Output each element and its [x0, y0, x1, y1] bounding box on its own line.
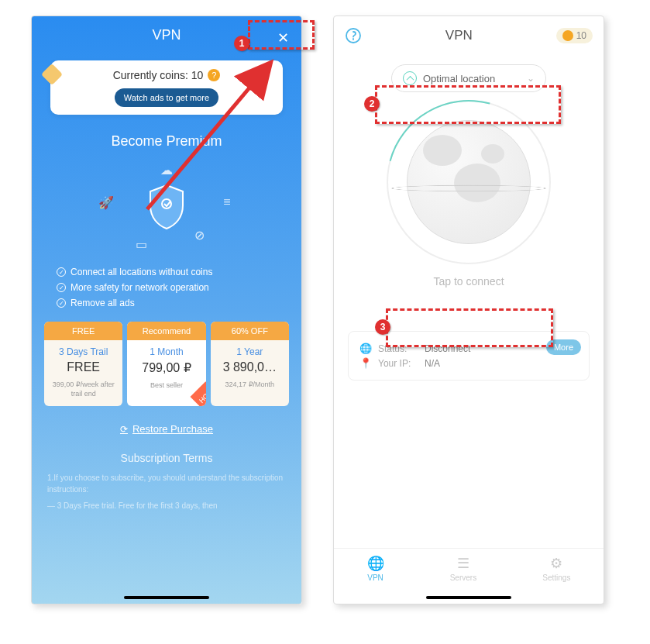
status-value: Disconnect [425, 343, 470, 354]
restore-purchase-link[interactable]: ⟳ Restore Purchase [32, 423, 301, 435]
tab-vpn[interactable]: 🌐 VPN [367, 555, 384, 582]
plan-price: FREE [44, 360, 122, 374]
coins-card: Currently coins: 10 ? Watch ads to get m… [50, 60, 283, 115]
vpn-icon: 🌐 [367, 555, 384, 572]
status-card: More 🌐 Status: Disconnect 📍 Your IP: N/A [348, 331, 590, 381]
pin-icon: 📍 [359, 357, 370, 369]
phone-icon: ▭ [132, 235, 150, 253]
check-icon: ✓ [57, 267, 66, 277]
feature-text: More safety for network operation [71, 282, 209, 293]
premium-graphic: ☁ 🚀 ≡ ▭ ⊘ [97, 160, 236, 253]
title-text: VPN [152, 27, 181, 43]
help-icon[interactable]: ? [208, 69, 220, 81]
tab-label: VPN [367, 573, 383, 582]
chevron-down-icon: ⌄ [527, 73, 535, 84]
plan-period: 3 Days Trail [44, 346, 122, 357]
plans-row: FREE 3 Days Trail FREE 399,00 ₽/week aft… [44, 322, 289, 406]
feature-item: ✓Remove all ads [57, 295, 277, 311]
status-row: 🌐 Status: Disconnect [359, 341, 578, 356]
rocket-icon: 🚀 [97, 193, 115, 212]
plan-price: 799,00 ₽ [127, 360, 205, 375]
coin-icon [562, 30, 573, 41]
ip-label: Your IP: [378, 358, 417, 369]
check-icon: ✓ [57, 283, 66, 292]
close-button[interactable]: ✕ [273, 29, 292, 47]
tab-bar: 🌐 VPN ☰ Servers ⚙ Settings [334, 548, 604, 588]
plan-badge: FREE [44, 322, 122, 340]
tab-label: Settings [542, 573, 570, 582]
shield-icon [147, 184, 186, 230]
terms-heading: Subscription Terms [32, 452, 301, 464]
callout-number-3: 3 [375, 319, 390, 335]
feature-text: Remove all ads [71, 298, 135, 308]
terms-text: — 3 Days Free trial. Free for the first … [47, 501, 286, 510]
globe-graphic [399, 112, 538, 252]
tab-label: Servers [450, 573, 476, 582]
plan-price: 3 890,0… [211, 360, 289, 374]
plan-badge: Recommend [127, 322, 205, 340]
feature-item: ✓Connect all locations without coins [57, 264, 277, 280]
plan-sub: Best seller [127, 381, 205, 391]
help-icon[interactable] [345, 27, 362, 44]
header: VPN 10 [334, 16, 604, 50]
more-button[interactable]: More [546, 339, 581, 355]
coins-value: 10 [576, 30, 586, 41]
coins-label: Currently coins: 10 ? [113, 69, 221, 81]
plan-sub: 324,17 ₽/Month [211, 381, 289, 390]
servers-icon: ☰ [457, 555, 469, 572]
callout-number-2: 2 [364, 96, 380, 112]
settings-icon: ⚙ [550, 555, 562, 572]
tab-settings[interactable]: ⚙ Settings [542, 555, 570, 582]
home-indicator[interactable] [426, 596, 511, 599]
plan-period: 1 Month [127, 346, 205, 357]
location-selector[interactable]: Optimal location ⌄ [391, 64, 546, 92]
plan-sub: 399,00 ₽/week after trail end [44, 381, 122, 398]
plan-badge: 60% OFF [211, 322, 289, 340]
screen-title: VPN [445, 28, 473, 43]
location-label: Optimal location [423, 73, 495, 84]
cloud-icon: ☁ [157, 160, 176, 179]
globe-icon: 🌐 [359, 343, 370, 354]
watch-ads-button[interactable]: Watch ads to get more [115, 88, 218, 107]
terms-text: 1.If you choose to subscribe, you should… [47, 472, 286, 495]
feature-item: ✓More safety for network operation [57, 280, 277, 295]
restore-text: Restore Purchase [132, 423, 213, 435]
plan-year[interactable]: 60% OFF 1 Year 3 890,0… 324,17 ₽/Month [211, 322, 289, 406]
premium-heading: Become Premium [32, 133, 301, 150]
callout-number-1: 1 [234, 36, 249, 51]
status-label: Status: [378, 343, 417, 354]
coins-chip[interactable]: 10 [556, 28, 593, 43]
premium-screen: VPN ✕ Currently coins: 10 ? Watch ads to… [31, 15, 302, 604]
feature-text: Connect all locations without coins [71, 267, 212, 277]
screen-title: VPN ✕ [32, 16, 301, 48]
connect-button[interactable]: Tap to connect [334, 275, 604, 288]
features-list: ✓Connect all locations without coins ✓Mo… [57, 264, 277, 311]
plan-free[interactable]: FREE 3 Days Trail FREE 399,00 ₽/week aft… [44, 322, 122, 406]
coins-count: Currently coins: 10 [113, 69, 204, 81]
ip-row: 📍 Your IP: N/A [359, 356, 578, 370]
globe-icon [407, 120, 531, 244]
stack-icon: ≡ [218, 193, 236, 212]
home-indicator[interactable] [124, 596, 209, 599]
location-icon [403, 71, 417, 85]
tab-servers[interactable]: ☰ Servers [450, 555, 476, 582]
check-icon: ✓ [57, 298, 66, 308]
plan-recommend[interactable]: Recommend 1 Month 799,00 ₽ Best seller H… [127, 322, 205, 406]
ip-value: N/A [425, 358, 440, 369]
refresh-icon: ⟳ [120, 424, 128, 435]
plan-period: 1 Year [211, 346, 289, 357]
block-icon: ⊘ [190, 226, 208, 244]
